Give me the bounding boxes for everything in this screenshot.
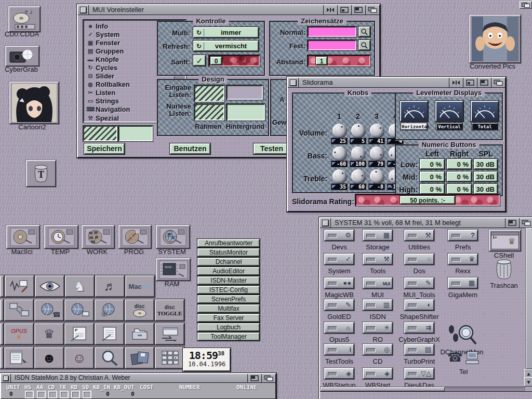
tool-dock-button-dchannel[interactable]: Dchannel [197, 258, 260, 266]
sanft-slider[interactable]: 0 [209, 55, 260, 66]
eingabe-rahmen-swatch[interactable] [194, 85, 224, 102]
desktop-icon-prog[interactable] [118, 225, 152, 249]
drawer-icon-mui_tools[interactable]: ✎ [404, 277, 434, 289]
dock-icon-edge-sliver[interactable] [0, 347, 4, 369]
drawer-icon-devs[interactable]: ⚙ [324, 230, 354, 241]
abstand-slider[interactable]: 1 [308, 55, 370, 66]
drawer-icon-system[interactable]: ✓ [324, 254, 354, 265]
dock-icon-mini-icon-grid[interactable]: ≡♥ [155, 347, 184, 369]
dock-icon-document-quill-pic[interactable]: P [64, 323, 94, 345]
dock-icon-macos[interactable]: MacOS [125, 275, 155, 297]
dock-icon-globe-fax[interactable]: ☏ [95, 299, 124, 321]
close-gadget-icon[interactable] [288, 78, 299, 87]
statemon-checkbox[interactable] [83, 391, 91, 398]
iconify-gadget-icon[interactable] [463, 78, 477, 87]
knob-dial[interactable] [370, 124, 383, 137]
tool-dock-button-audioeditor[interactable]: AudioEditor [197, 267, 260, 275]
system-vscrollbar[interactable] [525, 228, 532, 370]
drawer-icon-turboprint[interactable]: ▤ [404, 344, 434, 355]
desktop-icon-t-trash[interactable]: T [26, 160, 56, 187]
tool-dock-button-logbuch[interactable]: Logbuch [197, 323, 260, 331]
close-gadget-icon[interactable] [78, 5, 89, 15]
drawer-icon-prefs[interactable]: ? [448, 230, 478, 241]
drawer-icon-cybergraphx[interactable]: ⇉ [404, 322, 434, 334]
numeric-field[interactable]: 0 % [447, 171, 472, 182]
tel-icon[interactable]: ☎ [447, 350, 480, 367]
speichern-button[interactable]: Speichern [84, 143, 125, 154]
dock-icon-pegasus[interactable]: ♞ [65, 275, 95, 297]
dock-icon-magnifier[interactable] [95, 347, 124, 369]
drawer-icon-dies&das[interactable]: ▽△ [404, 368, 434, 379]
desktop-icon-converted-pics[interactable] [469, 15, 521, 63]
sanft-checkbox[interactable]: ✓ [193, 55, 206, 66]
drawer-icon-wbstart[interactable]: ◈ [363, 368, 393, 379]
tool-dock-button-isdn-master[interactable]: ISDN-Master [197, 276, 260, 285]
statemon-checkbox[interactable] [71, 391, 80, 398]
screen-depth-gadget[interactable] [520, 1, 532, 9]
dock-icon-flintstone[interactable]: ☺ [64, 347, 94, 369]
system-titlebar[interactable]: SYSTEM 31 % voll, 68 M frei, 31 M belegt [320, 218, 532, 228]
close-gadget-icon[interactable] [1, 374, 11, 382]
swatch-hatched[interactable] [83, 126, 117, 141]
tool-dock-button-statusmonitor[interactable]: StatusMonitor [197, 248, 260, 257]
desktop-icon-temp[interactable] [44, 225, 78, 249]
drawer-icon-opus5[interactable]: ☼ [324, 322, 354, 334]
dock-icon-floppy-disks[interactable] [125, 347, 154, 369]
numeric-field[interactable]: 30 dB [474, 159, 498, 169]
statemon-checkbox[interactable] [60, 391, 69, 398]
numeric-field[interactable]: 0 % [420, 159, 445, 169]
drawer-icon-magicwb[interactable]: ●● [324, 277, 354, 289]
dock-icon-edge-sliver[interactable] [0, 299, 4, 321]
zoom-gadget-icon[interactable] [477, 78, 491, 87]
normal-font-field[interactable] [308, 26, 356, 37]
drawer-icon-ro[interactable]: ✳ [363, 322, 393, 334]
snapshot-gadget-icon[interactable] [323, 5, 337, 15]
drawer-icon-golded[interactable]: ✎ [324, 299, 354, 311]
testen-button[interactable]: Testen [254, 143, 290, 154]
multi-cycle[interactable]: ↻immer [193, 27, 259, 38]
desktop-icon-ram[interactable]: RAM [156, 258, 191, 281]
dock-icon-black-mask[interactable]: ☻ [34, 347, 64, 369]
desktop-icon-work[interactable] [82, 225, 115, 249]
dock-icon-disc-toggle[interactable]: discTOGGLE [155, 299, 184, 321]
drawer-icon-tools[interactable]: ⚒ [363, 254, 393, 265]
dock-icon-window-swap[interactable] [155, 323, 184, 345]
scroll-down-icon[interactable]: ▼ [524, 377, 532, 387]
dock-icon-window-pointer[interactable] [4, 347, 34, 369]
knob-dial[interactable] [351, 169, 365, 183]
drawer-icon-rexx[interactable]: ♛ [448, 254, 478, 265]
knob-dial[interactable] [332, 147, 346, 160]
dock-icon-globe-printer[interactable] [64, 299, 94, 321]
tool-dock-button-toolmanager[interactable]: ToolManager [197, 332, 260, 341]
drawer-icon-isdn[interactable]: ▥ [363, 299, 393, 311]
trashcan-icon[interactable] [492, 257, 516, 281]
benutzen-button[interactable]: Benutzen [170, 143, 210, 154]
dock-icon-edge-sliver[interactable] [0, 323, 4, 345]
zoom-gadget-icon[interactable] [505, 218, 519, 228]
mui-titlebar[interactable]: MUI Voreinsteller [78, 5, 379, 15]
drawer-icon-testtools[interactable]: i [324, 344, 354, 355]
desktop-icon-cartoon2[interactable] [9, 82, 59, 124]
drawer-icon-utilities[interactable]: ⚒ [404, 230, 434, 241]
tool-dock-button-multifax[interactable]: Multifax [197, 304, 260, 313]
rating-knob[interactable]: 50 points. :- [400, 196, 455, 204]
dock-icon-globe-phone[interactable]: ☎ [34, 299, 64, 321]
dock-icon-document-quill[interactable] [95, 323, 124, 345]
statemon-checkbox[interactable] [37, 391, 46, 398]
nurlese-rahmen-swatch[interactable] [194, 104, 224, 121]
knob-dial[interactable] [370, 147, 383, 160]
levelmeter-vertical[interactable]: Vertical [435, 101, 464, 133]
drawer-icon-gigamem[interactable]: ▦ [448, 277, 478, 289]
drawer-icon-mui[interactable]: MUI [363, 277, 393, 289]
numeric-field[interactable]: 30 dB [474, 184, 498, 194]
knob-dial[interactable] [370, 169, 383, 183]
slider-knob[interactable]: 1 [316, 57, 327, 65]
snapshot-gadget-icon[interactable] [449, 78, 463, 87]
zoom-gadget-icon[interactable] [247, 374, 261, 382]
levelmeter-horizontal[interactable]: Horizontal [400, 101, 429, 133]
statemon-checkbox[interactable] [48, 391, 57, 398]
fest-font-picker-button[interactable] [358, 40, 370, 50]
statemon-checkbox[interactable] [25, 391, 34, 398]
dock-icon-music-notes[interactable]: ♬ [95, 275, 125, 297]
swatch-plain[interactable] [118, 126, 153, 141]
